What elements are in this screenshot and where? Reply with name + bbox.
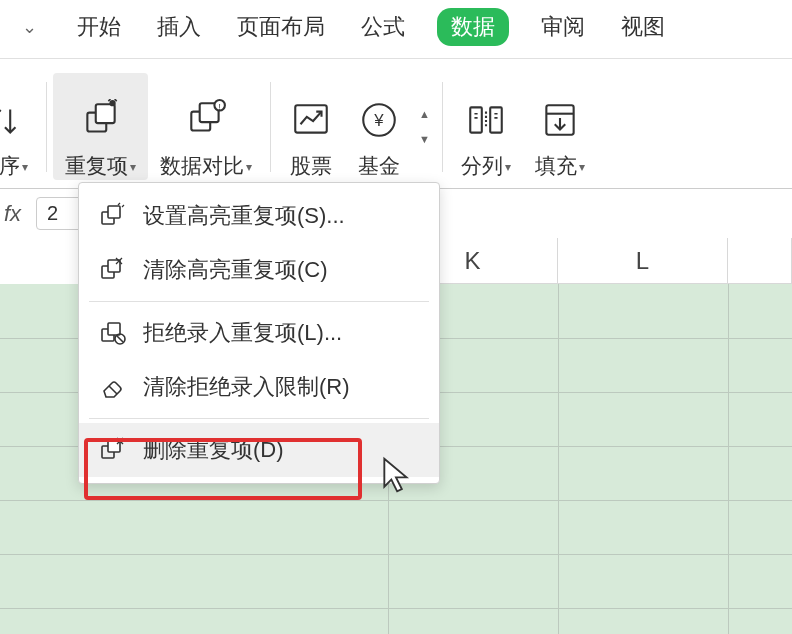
fx-label: fx xyxy=(4,201,28,227)
ribbon-compare[interactable]: ! 数据对比▾ xyxy=(148,73,264,180)
tab-insert[interactable]: 插入 xyxy=(153,6,205,48)
svg-rect-21 xyxy=(108,440,120,452)
menu-item-label: 清除高亮重复项(C) xyxy=(143,255,328,285)
tab-layout[interactable]: 页面布局 xyxy=(233,6,329,48)
spinner-down-icon[interactable]: ▼ xyxy=(419,134,430,145)
svg-rect-11 xyxy=(490,107,502,132)
menu-separator xyxy=(89,418,429,419)
menu-item-label: 删除重复项(D) xyxy=(143,435,284,465)
svg-text:¥: ¥ xyxy=(373,111,384,130)
svg-rect-18 xyxy=(108,323,120,335)
menu-separator xyxy=(89,301,429,302)
ribbon-stock[interactable]: 股票 xyxy=(277,73,345,180)
refuse-input-icon xyxy=(97,318,127,348)
delete-duplicates-icon xyxy=(97,435,127,465)
menu-set-highlight[interactable]: 设置高亮重复项(S)... xyxy=(79,189,439,243)
menu-tab-bar: ⌄ 开始 插入 页面布局 公式 数据 审阅 视图 xyxy=(0,0,792,59)
spinner-up-icon[interactable]: ▲ xyxy=(419,109,430,120)
menu-item-label: 拒绝录入重复项(L)... xyxy=(143,318,342,348)
column-header-l[interactable]: L xyxy=(558,238,728,284)
cursor-icon xyxy=(382,456,410,494)
eraser-icon xyxy=(97,372,127,402)
duplicates-dropdown: 设置高亮重复项(S)... 清除高亮重复项(C) 拒绝录入重复项(L)... xyxy=(78,182,440,484)
ribbon-fund[interactable]: ¥ 基金 xyxy=(345,73,413,180)
fund-icon: ¥ xyxy=(357,98,401,142)
column-header-tail[interactable] xyxy=(728,238,792,284)
tab-start[interactable]: 开始 xyxy=(73,6,125,48)
menu-item-label: 设置高亮重复项(S)... xyxy=(143,201,345,231)
ribbon-toolbar: 序▾ 重复项▾ ! 数据对比▾ xyxy=(0,59,792,189)
highlight-set-icon xyxy=(97,201,127,231)
tab-data[interactable]: 数据 xyxy=(437,8,509,46)
menu-clear-highlight[interactable]: 清除高亮重复项(C) xyxy=(79,243,439,297)
tab-formula[interactable]: 公式 xyxy=(357,6,409,48)
compare-icon: ! xyxy=(184,98,228,142)
ribbon-sort[interactable]: 序▾ xyxy=(0,73,40,180)
ribbon-fill[interactable]: 填充▾ xyxy=(523,73,597,180)
tab-review[interactable]: 审阅 xyxy=(537,6,589,48)
ribbon-duplicates[interactable]: 重复项▾ xyxy=(53,73,148,180)
chevron-down-icon[interactable]: ⌄ xyxy=(22,16,37,38)
fill-icon xyxy=(538,98,582,142)
split-columns-icon xyxy=(464,98,508,142)
svg-rect-1 xyxy=(95,104,114,123)
tab-view[interactable]: 视图 xyxy=(617,6,669,48)
svg-rect-10 xyxy=(470,107,482,132)
highlight-clear-icon xyxy=(97,255,127,285)
svg-text:!: ! xyxy=(218,102,220,112)
menu-item-label: 清除拒绝录入限制(R) xyxy=(143,372,350,402)
menu-clear-refuse[interactable]: 清除拒绝录入限制(R) xyxy=(79,360,439,414)
duplicates-icon xyxy=(79,98,123,142)
svg-rect-14 xyxy=(108,206,120,218)
spinner-buttons[interactable]: ▲ ▼ xyxy=(413,73,436,180)
menu-refuse-input[interactable]: 拒绝录入重复项(L)... xyxy=(79,306,439,360)
stock-icon xyxy=(289,98,333,142)
sort-icon xyxy=(0,98,28,142)
svg-point-2 xyxy=(110,101,114,105)
ribbon-split[interactable]: 分列▾ xyxy=(449,73,523,180)
